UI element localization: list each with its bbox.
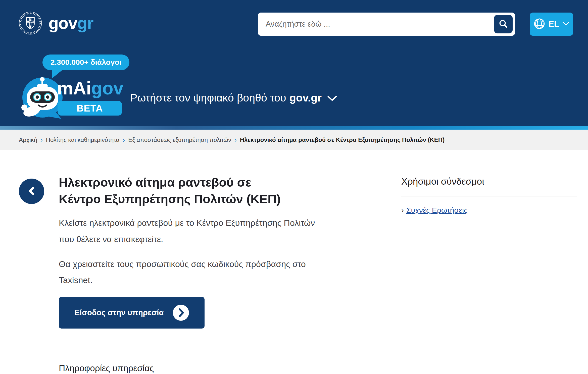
globe-icon [533, 18, 545, 30]
logo-text: govgr [48, 11, 93, 36]
prompt-chevron-down-icon [327, 95, 337, 101]
breadcrumb-separator-icon: › [40, 136, 43, 144]
chevron-right-circle-icon [173, 305, 189, 321]
page-title-line2: Κέντρο Εξυπηρέτησης Πολιτών (ΚΕΠ) [59, 191, 326, 207]
brand-gov: gov [91, 78, 123, 98]
service-requirements: Θα χρειαστείτε τους προσωπικούς σας κωδι… [59, 256, 326, 288]
breadcrumb: Αρχική › Πολίτης και καθημερινότητα › Εξ… [0, 130, 588, 150]
logo-gov: gov [48, 14, 77, 32]
service-description: Κλείστε ηλεκτρονικά ραντεβού με το Κέντρ… [59, 215, 326, 247]
search-box [258, 13, 515, 36]
link-marker-icon: › [401, 206, 404, 215]
dialog-count-bubble: 2.300.000+ διάλογοι [42, 55, 129, 70]
breadcrumb-home[interactable]: Αρχική [19, 136, 37, 143]
faq-link[interactable]: Συχνές Ερωτήσεις [406, 206, 468, 215]
assistant-prompt-toggle[interactable]: Ρωτήστε τον ψηφιακό βοηθό του gov.gr [130, 90, 337, 105]
breadcrumb-citizen[interactable]: Πολίτης και καθημερινότητα [46, 136, 120, 143]
main-content: Ηλεκτρονικό αίτημα ραντεβού σε Κέντρο Εξ… [0, 150, 588, 374]
greek-coat-of-arms-icon [18, 11, 42, 36]
search-button[interactable] [494, 15, 513, 33]
sidebar-link-row: › Συχνές Ερωτήσεις [401, 206, 577, 215]
beta-badge: BETA [58, 101, 122, 116]
breadcrumb-current: Ηλεκτρονικό αίτημα ραντεβού σε Κέντρο Εξ… [240, 136, 445, 143]
sidebar-divider [401, 196, 577, 196]
breadcrumb-remote-services[interactable]: Εξ αποστάσεως εξυπηρέτηση πολιτών [128, 136, 231, 143]
dialog-count-text: 2.300.000+ διάλογοι [51, 58, 121, 66]
beta-label: BETA [77, 103, 103, 114]
assistant-prompt-bold: gov.gr [289, 90, 322, 105]
header-gradient-stripe [0, 126, 588, 130]
language-chevron-down-icon [562, 22, 569, 27]
breadcrumb-separator-icon: › [123, 136, 125, 144]
site-header: govgr [0, 0, 588, 126]
service-content: Ηλεκτρονικό αίτημα ραντεβού σε Κέντρο Εξ… [59, 174, 326, 373]
page-title-line1: Ηλεκτρονικό αίτημα ραντεβού σε [59, 174, 326, 191]
login-button-label: Είσοδος στην υπηρεσία [74, 308, 164, 317]
maigov-brand: mAigov [57, 79, 123, 97]
useful-links-sidebar: Χρήσιμοι σύνδεσμοι › Συχνές Ερωτήσεις [401, 176, 577, 215]
logo-gr: gr [77, 14, 93, 32]
language-code: EL [549, 19, 559, 29]
govgr-logo[interactable]: govgr [18, 11, 93, 36]
back-button[interactable] [19, 179, 44, 204]
login-to-service-button[interactable]: Είσοδος στην υπηρεσία [59, 297, 205, 329]
search-icon [498, 19, 509, 30]
search-input[interactable] [258, 13, 489, 36]
page-title: Ηλεκτρονικό αίτημα ραντεβού σε Κέντρο Εξ… [59, 174, 326, 207]
language-selector[interactable]: EL [530, 13, 573, 36]
assistant-prompt-text: Ρωτήστε τον ψηφιακό βοηθό του [130, 90, 286, 105]
page: govgr [0, 0, 588, 374]
chevron-left-icon [26, 185, 37, 198]
service-info-heading: Πληροφορίες υπηρεσίας [59, 363, 326, 373]
breadcrumb-separator-icon: › [234, 136, 237, 144]
sidebar-heading: Χρήσιμοι σύνδεσμοι [401, 176, 577, 187]
brand-mai: mAi [57, 78, 91, 98]
